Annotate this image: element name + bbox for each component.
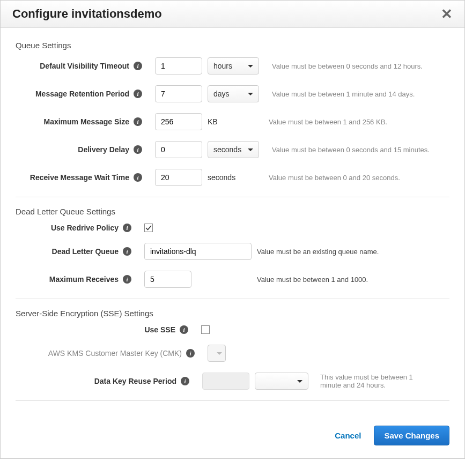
data-key-reuse-input bbox=[202, 373, 249, 390]
cancel-button[interactable]: Cancel bbox=[335, 431, 361, 440]
dialog-header: Configure invitationsdemo ✕ bbox=[1, 1, 464, 28]
row-delivery-delay: Delivery Delay i seconds Value must be b… bbox=[16, 141, 449, 158]
sse-heading: Server-Side Encryption (SSE) Settings bbox=[16, 309, 449, 318]
row-max-receives: Maximum Receives i Value must be between… bbox=[16, 271, 449, 288]
max-message-size-hint: Value must be between 1 and 256 KB. bbox=[240, 118, 449, 126]
save-changes-button[interactable]: Save Changes bbox=[374, 426, 449, 445]
row-use-redrive: Use Redrive Policy i bbox=[16, 224, 449, 232]
label-retention-period: Message Retention Period i bbox=[16, 90, 145, 98]
check-icon bbox=[145, 225, 152, 231]
cmk-select bbox=[208, 345, 226, 362]
info-icon[interactable]: i bbox=[123, 247, 131, 256]
info-icon[interactable]: i bbox=[181, 377, 189, 385]
chevron-down-icon bbox=[217, 352, 222, 355]
divider bbox=[16, 400, 449, 401]
label-dlq-name: Dead Letter Queue i bbox=[16, 247, 135, 256]
info-icon[interactable]: i bbox=[134, 62, 142, 70]
max-message-size-unit: KB bbox=[208, 117, 240, 126]
visibility-timeout-hint: Value must be between 0 seconds and 12 h… bbox=[259, 62, 449, 70]
label-data-key-reuse: Data Key Reuse Period i bbox=[16, 377, 193, 385]
label-visibility-timeout: Default Visibility Timeout i bbox=[16, 62, 145, 70]
configure-queue-dialog: Configure invitationsdemo ✕ Queue Settin… bbox=[0, 0, 465, 459]
label-use-sse: Use SSE i bbox=[16, 325, 191, 334]
label-use-redrive: Use Redrive Policy i bbox=[16, 224, 135, 232]
receive-wait-time-input[interactable] bbox=[155, 169, 202, 186]
use-redrive-checkbox[interactable] bbox=[144, 224, 153, 232]
data-key-reuse-hint: This value must be between 1 minute and … bbox=[308, 373, 426, 389]
label-max-receives: Maximum Receives i bbox=[16, 275, 135, 284]
info-icon[interactable]: i bbox=[123, 224, 131, 232]
max-receives-hint: Value must be between 1 and 1000. bbox=[191, 276, 449, 284]
info-icon[interactable]: i bbox=[186, 349, 195, 358]
info-icon[interactable]: i bbox=[123, 275, 131, 284]
label-receive-wait-time: Receive Message Wait Time i bbox=[16, 173, 145, 182]
row-use-sse: Use SSE i bbox=[16, 325, 449, 334]
visibility-timeout-input[interactable] bbox=[155, 57, 202, 75]
label-cmk: AWS KMS Customer Master Key (CMK) i bbox=[16, 349, 198, 358]
chevron-down-icon bbox=[248, 93, 253, 95]
dialog-body: Queue Settings Default Visibility Timeou… bbox=[1, 28, 464, 416]
receive-wait-time-hint: Value must be between 0 and 20 seconds. bbox=[240, 174, 449, 182]
label-max-message-size: Maximum Message Size i bbox=[16, 117, 145, 126]
chevron-down-icon bbox=[297, 380, 302, 383]
row-retention-period: Message Retention Period i days Value mu… bbox=[16, 85, 449, 102]
row-visibility-timeout: Default Visibility Timeout i hours Value… bbox=[16, 57, 449, 75]
row-dlq-name: Dead Letter Queue i Value must be an exi… bbox=[16, 243, 449, 260]
dialog-footer: Cancel Save Changes bbox=[1, 416, 464, 458]
max-message-size-input[interactable] bbox=[155, 113, 202, 130]
dlq-heading: Dead Letter Queue Settings bbox=[16, 207, 449, 216]
delivery-delay-unit-select[interactable]: seconds bbox=[208, 141, 259, 158]
retention-period-input[interactable] bbox=[155, 85, 202, 102]
info-icon[interactable]: i bbox=[134, 145, 142, 154]
info-icon[interactable]: i bbox=[180, 325, 188, 334]
row-max-message-size: Maximum Message Size i KB Value must be … bbox=[16, 113, 449, 130]
close-icon[interactable]: ✕ bbox=[441, 7, 453, 21]
delivery-delay-hint: Value must be between 0 seconds and 15 m… bbox=[259, 146, 449, 154]
use-sse-checkbox[interactable] bbox=[201, 325, 210, 334]
max-receives-input[interactable] bbox=[144, 271, 191, 288]
queue-settings-heading: Queue Settings bbox=[16, 41, 449, 50]
info-icon[interactable]: i bbox=[134, 173, 142, 182]
divider bbox=[16, 197, 449, 197]
receive-wait-time-unit: seconds bbox=[208, 173, 240, 182]
row-data-key-reuse: Data Key Reuse Period i This value must … bbox=[16, 373, 449, 390]
delivery-delay-input[interactable] bbox=[155, 141, 202, 158]
dlq-name-hint: Value must be an existing queue name. bbox=[252, 248, 449, 256]
visibility-timeout-unit-select[interactable]: hours bbox=[208, 57, 259, 75]
data-key-reuse-unit-select[interactable] bbox=[255, 373, 308, 390]
dlq-name-input[interactable] bbox=[144, 243, 252, 260]
label-delivery-delay: Delivery Delay i bbox=[16, 145, 145, 154]
retention-period-hint: Value must be between 1 minute and 14 da… bbox=[259, 90, 449, 98]
dialog-title: Configure invitationsdemo bbox=[12, 7, 162, 21]
chevron-down-icon bbox=[248, 148, 253, 151]
info-icon[interactable]: i bbox=[134, 90, 142, 98]
info-icon[interactable]: i bbox=[134, 117, 142, 126]
chevron-down-icon bbox=[248, 65, 253, 68]
row-receive-wait-time: Receive Message Wait Time i seconds Valu… bbox=[16, 169, 449, 186]
retention-period-unit-select[interactable]: days bbox=[208, 85, 259, 102]
row-cmk: AWS KMS Customer Master Key (CMK) i bbox=[16, 345, 449, 362]
divider bbox=[16, 299, 449, 299]
